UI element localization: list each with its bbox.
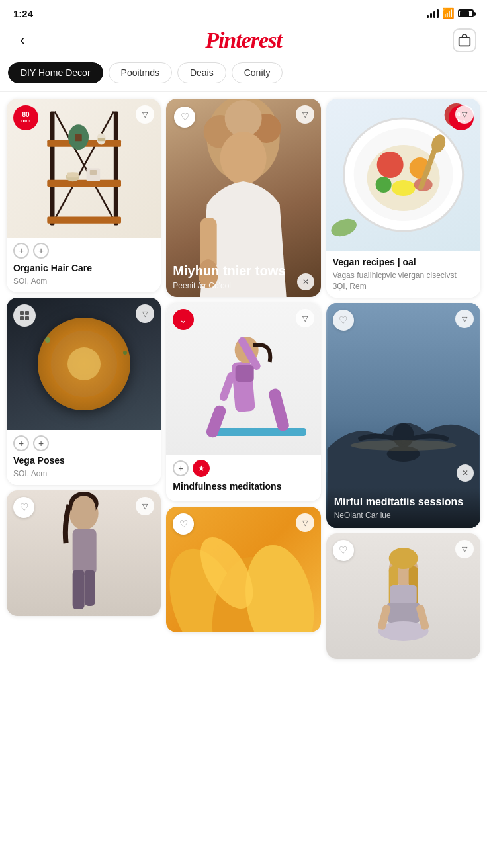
- svg-point-51: [375, 177, 391, 193]
- pin-image-yoga2: ♡ ▽: [7, 490, 161, 616]
- wifi-icon: 📶: [442, 7, 455, 19]
- meditation-overlay: Mirful meditatiis sessions NeOlant Car l…: [326, 488, 480, 528]
- pin-card-foodbowl[interactable]: 0.8 hrs ▽ Vegan recipes | oal Vagas fual…: [326, 99, 480, 298]
- pin-image-curry: ▽: [7, 298, 161, 430]
- header: ‹ Pinterest: [0, 24, 487, 60]
- pin-card-shelf[interactable]: 80 mm ▽ + + Organic Hair Care SOI, Aom: [7, 99, 161, 292]
- svg-rect-15: [89, 170, 96, 175]
- down-arrow-meditation[interactable]: ▽: [455, 310, 474, 328]
- svg-rect-9: [75, 134, 81, 140]
- pin-image-yoga: ⌄ ▽: [166, 302, 320, 455]
- pin-card-orange[interactable]: ♡ ▽: [166, 507, 320, 632]
- plus-icon-2[interactable]: +: [33, 243, 49, 259]
- pin-subtitle-shelf: SOI, Aom: [13, 277, 154, 286]
- svg-rect-7: [47, 216, 121, 223]
- shelf-illustration: [19, 106, 150, 231]
- filter-chip-pooitmds[interactable]: Pooitmds: [109, 62, 172, 83]
- pin-card-curry[interactable]: ▽ + + Vega Poses SOI, Aom: [7, 298, 161, 485]
- woman-overlay-title: Miyhun tnier tows: [173, 263, 314, 279]
- pin-image-meditate2: ♡ ▽: [326, 533, 480, 659]
- pin-subtitle2-foodbowl: 3ỌI, Rem: [333, 282, 474, 291]
- plus-icon-4[interactable]: +: [33, 435, 49, 451]
- svg-rect-18: [20, 316, 24, 320]
- column-3: 0.8 hrs ▽ Vegan recipes | oal Vagas fual…: [326, 99, 480, 659]
- svg-rect-71: [386, 603, 420, 623]
- signal-icon: [427, 9, 439, 18]
- pin-card-meditate2[interactable]: ♡ ▽: [326, 533, 480, 659]
- pin-content-yoga: + ★ Mindfulness meditations: [166, 455, 320, 501]
- filter-chip-conity[interactable]: Conity: [232, 62, 283, 83]
- svg-rect-16: [20, 311, 24, 315]
- svg-rect-19: [25, 316, 29, 320]
- svg-rect-17: [25, 311, 29, 315]
- pin-content-foodbowl: Vegan recipes | oal Vagas fualIhicpvic v…: [326, 251, 480, 298]
- status-icons: 📶: [427, 7, 474, 19]
- svg-point-65: [350, 440, 456, 451]
- meditation-overlay-title: Mirful meditatiis sessions: [334, 496, 472, 508]
- svg-point-25: [72, 496, 96, 525]
- pin-image-orange: ♡ ▽: [166, 507, 320, 632]
- pin-grid: 80 mm ▽ + + Organic Hair Care SOI, Aom: [0, 99, 487, 659]
- grid-icon-badge[interactable]: [13, 304, 36, 327]
- column-2: ♡ ▽ Miyhun tnier tows Peenit /cr Co'ool …: [166, 99, 320, 659]
- close-btn-meditation[interactable]: ✕: [457, 464, 474, 482]
- svg-rect-0: [459, 38, 470, 46]
- svg-rect-2: [113, 111, 118, 225]
- down-arrow-foodbowl[interactable]: ▽: [455, 105, 474, 124]
- plus-icon-5[interactable]: +: [173, 460, 189, 476]
- woman-overlay-caption: Peenit /cr Co'ool: [173, 281, 314, 290]
- svg-point-57: [328, 216, 359, 239]
- close-btn-woman[interactable]: ✕: [297, 273, 314, 290]
- svg-point-30: [220, 132, 267, 185]
- pin-title-shelf: Organic Hair Care: [13, 262, 154, 274]
- action-row-shelf: + +: [13, 243, 154, 259]
- filter-chip-deais[interactable]: Deais: [177, 62, 226, 83]
- divider: [0, 91, 487, 92]
- svg-rect-33: [207, 428, 306, 436]
- bag-button[interactable]: [453, 28, 476, 52]
- meditation-overlay-sub: NeOlant Car lue: [334, 511, 472, 520]
- pin-subtitle-curry: SOI, Aom: [13, 469, 154, 478]
- svg-rect-70: [390, 585, 416, 605]
- svg-rect-6: [47, 179, 121, 186]
- pin-subtitle-foodbowl: Vagas fualIhicpvic viergan clsecivst: [333, 271, 474, 280]
- heart-btn-meditation[interactable]: ♡: [333, 310, 354, 331]
- back-button[interactable]: ‹: [11, 28, 34, 52]
- svg-rect-40: [236, 365, 254, 382]
- svg-point-48: [376, 152, 403, 178]
- save-badge-shelf: 80 mm: [13, 105, 38, 130]
- svg-point-47: [367, 145, 439, 211]
- pin-image-shelf: 80 mm ▽: [7, 99, 161, 238]
- bag-icon: [458, 34, 471, 47]
- pin-card-yoga[interactable]: ⌄ ▽ + ★ Mindfulness meditations: [166, 302, 320, 501]
- action-row-curry: + +: [13, 435, 154, 451]
- app-logo: Pinterest: [205, 28, 282, 53]
- pin-card-woman[interactable]: ♡ ▽ Miyhun tnier tows Peenit /cr Co'ool …: [166, 99, 320, 297]
- svg-rect-34: [268, 388, 290, 432]
- down-arrow-woman[interactable]: ▽: [296, 105, 314, 124]
- plus-icon-1[interactable]: +: [13, 243, 29, 259]
- plus-icon-3[interactable]: +: [13, 435, 29, 451]
- down-arrow-yoga[interactable]: ▽: [296, 309, 314, 327]
- action-row-yoga: + ★: [173, 460, 314, 477]
- svg-rect-11: [97, 138, 104, 141]
- pin-title-yoga: Mindfulness meditations: [173, 480, 314, 492]
- woman-overlay: Miyhun tnier tows Peenit /cr Co'ool: [166, 256, 320, 297]
- heart-btn-meditate2[interactable]: ♡: [333, 540, 354, 561]
- down-arrow-orange[interactable]: ▽: [296, 513, 314, 532]
- svg-rect-23: [73, 570, 85, 609]
- pin-content-curry: + + Vega Poses SOI, Aom: [7, 430, 161, 485]
- battery-icon: [458, 9, 474, 17]
- svg-rect-13: [67, 172, 78, 177]
- pin-card-yoga2[interactable]: ♡ ▽: [7, 490, 161, 616]
- svg-rect-24: [85, 570, 95, 606]
- status-time: 1:24: [13, 8, 33, 19]
- filter-chip-diy[interactable]: DIY Home Decor: [8, 62, 103, 83]
- bookmark-icon-yoga[interactable]: ★: [193, 460, 210, 477]
- down-arrow-shelf[interactable]: ▽: [136, 105, 154, 124]
- grid-icon: [19, 310, 30, 321]
- down-arrow-meditate2[interactable]: ▽: [455, 540, 474, 558]
- pin-title-foodbowl: Vegan recipes | oal: [333, 256, 474, 268]
- curry-bowl: [38, 318, 130, 410]
- pin-card-meditation[interactable]: ♡ ▽ Mirful meditatiis sessions NeOlant C…: [326, 303, 480, 528]
